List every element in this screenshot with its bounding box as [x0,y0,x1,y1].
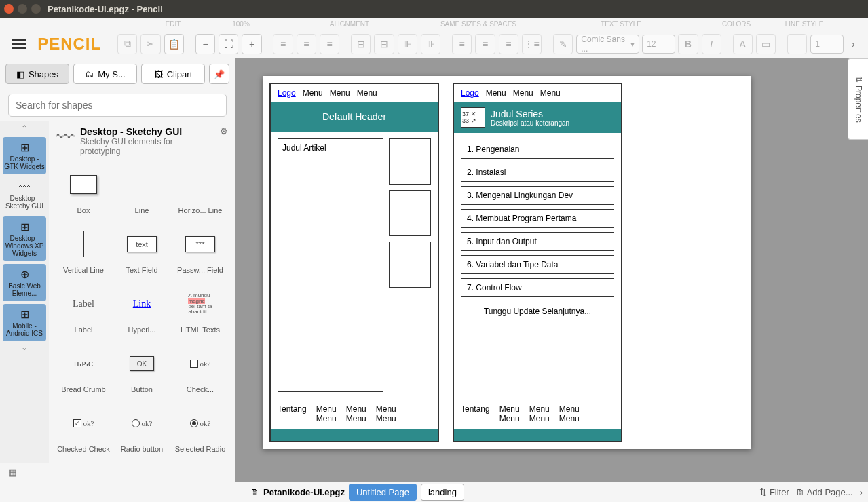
category-list: ⌃ ⊞Desktop - GTK Widgets 〰Desktop - Sket… [0,121,49,463]
expand-toolbar-button[interactable]: › [847,39,860,50]
category-android[interactable]: ⊞Mobile - Android ICS [3,304,46,341]
italic-button[interactable]: I [702,34,721,54]
space-vert-button[interactable]: ⊪ [421,34,440,54]
shape-label[interactable]: LabelLabel [56,285,111,339]
category-scroll-up[interactable]: ⌃ [21,123,28,136]
align-right-button[interactable]: ≡ [320,34,339,54]
list-item: 5. Input dan Output [461,232,614,251]
shape-hline[interactable]: Horizo... Line [172,166,228,220]
shape-htmltexts[interactable]: A mundumagnedei tam taabaciditHTML Texts [172,285,228,339]
shape-radio[interactable]: ok?Radio button [114,404,170,459]
mock1-sidebox [389,190,431,236]
mock1-header: Default Header [271,102,438,132]
collection-settings-icon[interactable]: ⚙ [220,126,228,136]
list-item: 2. Instalasi [461,163,614,182]
category-winxp[interactable]: ⊞Desktop - Windows XP Widgets [3,216,46,261]
shape-button[interactable]: OKButton [114,345,170,399]
mock1-article: Judul Artikel [278,138,383,392]
align-left-button[interactable]: ≡ [273,34,293,54]
format-paint-button[interactable]: ✎ [553,34,573,54]
shape-box[interactable]: Box [56,166,111,220]
shape-textfield[interactable]: textText Field [114,225,170,279]
text-right-button[interactable]: ≡ [499,34,518,54]
collection-icon: 〰 [56,126,75,149]
mock2-footer: Tentang MenuMenu MenuMenu MenuMenu [454,399,621,429]
window-title: Petanikode-UI.epgz - Pencil [48,4,163,14]
page-tab-untitled[interactable]: Untitled Page [349,484,417,501]
mock1-sidebox [389,242,431,288]
shape-password[interactable]: ***Passw... Field [172,225,228,279]
list-item: 1. Pengenalan [461,140,614,159]
font-family-select[interactable]: Comic Sans ...▾ [576,35,639,54]
app-logo: PENCIL [37,35,101,54]
add-page-button[interactable]: 🗎 Add Page... [796,487,853,497]
filename-label: Petanikode-UI.epgz [263,487,345,497]
pin-panel-button[interactable]: 📌 [209,64,229,84]
mock2-nav: Logo Menu Menu Menu [454,84,621,102]
shapes-tab[interactable]: ◧ Shapes [5,64,69,84]
bullet-list-button[interactable]: ⋮≡ [522,34,542,54]
mock2-header: 37 ✕33 ↗ Judul Series Deskripsi atau ket… [454,102,621,133]
same-width-button[interactable]: ⊟ [351,34,371,54]
filter-button[interactable]: ⇅ Filter [759,487,789,497]
hamburger-menu[interactable] [8,33,29,55]
shape-hyperlink[interactable]: LinkHyperl... [114,285,170,339]
more-icon[interactable]: › [860,487,863,497]
font-size-input[interactable]: 12 [642,35,675,54]
same-height-button[interactable]: ⊟ [374,34,394,54]
canvas-page[interactable]: Logo Menu Menu Menu Default Header Judul… [263,76,751,449]
shape-vline[interactable]: Vertical Line [56,225,111,279]
window-minimize-button[interactable] [18,4,27,14]
line-style-button[interactable]: — [787,34,807,54]
window-close-button[interactable] [4,4,14,14]
category-scroll-down[interactable]: ⌄ [21,343,28,355]
text-center-button[interactable]: ≡ [475,34,495,54]
zoom-fit-button[interactable]: ⛶ [219,34,238,54]
list-item: 7. Control Flow [461,278,614,297]
list-item: 6. Variabel dan Tipe Data [461,255,614,274]
page-tab-landing[interactable]: landing [421,484,464,501]
line-weight-input[interactable]: 1 [810,35,844,54]
mock1-sidebox [389,138,431,185]
status-bar: 🗎 Petanikode-UI.epgz Untitled Page landi… [0,482,868,502]
shape-radio-sel[interactable]: ok?Selected Radio [172,404,228,459]
shapes-panel: ◧ Shapes 🗂 My S... 🖼 Clipart 📌 ⌃ ⊞Deskto… [0,58,235,482]
paste-button[interactable]: 📋 [164,34,184,54]
main-toolbar: PENCIL ⧉ ✂ 📋 − ⛶ + ≡ ≡ ≡ ⊟ ⊟ ⊪ ⊪ ≡ ≡ ≡ ⋮… [0,30,868,58]
space-horiz-button[interactable]: ⊪ [398,34,417,54]
zoom-in-button[interactable]: + [242,34,261,54]
grid-view-icon[interactable]: ▦ [8,467,16,478]
align-center-button[interactable]: ≡ [297,34,316,54]
shape-checkbox[interactable]: ok?Check... [172,345,228,399]
shape-line[interactable]: Line [114,166,170,220]
canvas-area[interactable]: Logo Menu Menu Menu Default Header Judul… [235,58,868,482]
cut-button[interactable]: ✂ [140,34,160,54]
window-titlebar: Petanikode-UI.epgz - Pencil [0,0,868,18]
list-item: 4. Membuat Program Pertama [461,209,614,228]
mock1-nav: Logo Menu Menu Menu [271,84,438,102]
file-icon: 🗎 [250,487,259,497]
category-web[interactable]: ⊕Basic Web Eleme... [3,264,46,301]
category-sketchy[interactable]: 〰Desktop - Sketchy GUI [3,177,46,214]
shape-breadcrumb[interactable]: H›P›CBread Crumb [56,345,111,399]
text-color-button[interactable]: A [733,34,753,54]
mockup-frame-1[interactable]: Logo Menu Menu Menu Default Header Judul… [269,83,439,442]
list-item: 3. Mengenal Lingkungan Dev [461,186,614,205]
shape-checked[interactable]: ✓ok?Checked Check [56,404,111,459]
zoom-out-button[interactable]: − [195,34,215,54]
mock1-footer: Tentang MenuMenu MenuMenu MenuMenu [271,399,438,429]
category-gtk[interactable]: ⊞Desktop - GTK Widgets [3,137,46,174]
text-left-button[interactable]: ≡ [452,34,472,54]
window-maximize-button[interactable] [31,4,41,14]
bold-button[interactable]: B [678,34,698,54]
mystuff-tab[interactable]: 🗂 My S... [73,64,137,84]
search-shapes-input[interactable] [8,94,227,117]
clipart-tab[interactable]: 🖼 Clipart [141,64,205,84]
mock2-list: 1. Pengenalan 2. Instalasi 3. Mengenal L… [454,133,621,399]
shapes-grid: Box Line Horizo... Line Vertical Line te… [49,161,235,463]
mockup-frame-2[interactable]: Logo Menu Menu Menu 37 ✕33 ↗ Judul Serie… [453,83,622,442]
panel-footer: ▦ [0,463,235,482]
copy-button[interactable]: ⧉ [117,34,137,54]
properties-panel-toggle[interactable]: ⇅ Properties [848,58,868,140]
fill-color-button[interactable]: ▭ [756,34,776,54]
